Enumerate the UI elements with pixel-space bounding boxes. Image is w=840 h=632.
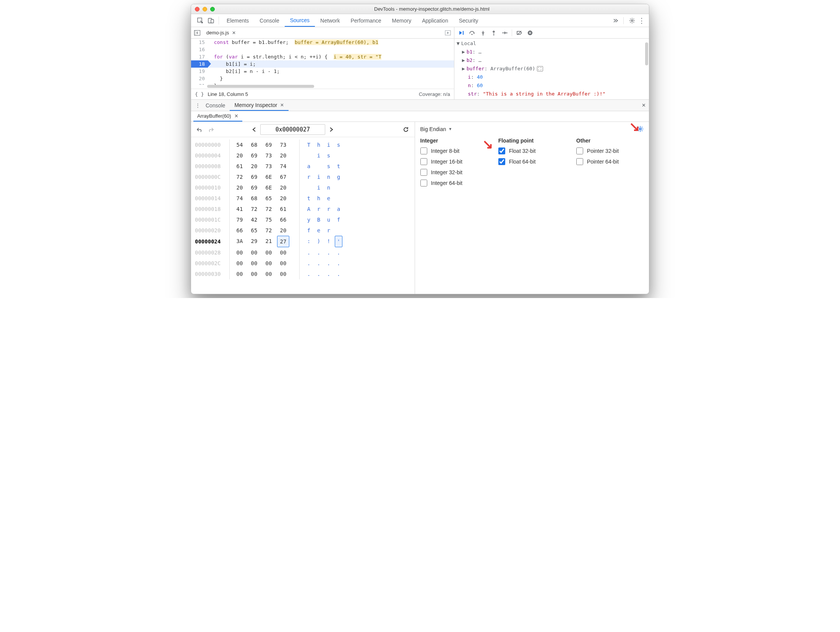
memory-inspector-body: 0000000054686973This0000000420697320 is … bbox=[191, 122, 649, 294]
scope-variable[interactable]: ▶b2: … bbox=[457, 56, 647, 65]
address-input[interactable] bbox=[260, 124, 325, 135]
type-option-integer-64-bit[interactable]: Integer 64-bit bbox=[420, 180, 488, 186]
scope-scrollbar[interactable] bbox=[645, 42, 648, 65]
hex-row[interactable]: 0000001C79427566yBuf bbox=[195, 214, 411, 225]
hex-row[interactable]: 0000001020696E20 in bbox=[195, 182, 411, 193]
scope-variable[interactable]: i: 40 bbox=[457, 73, 647, 81]
redo-icon[interactable] bbox=[206, 125, 216, 134]
type-option-pointer-32-bit[interactable]: Pointer 32-bit bbox=[576, 147, 644, 154]
close-tab-icon[interactable]: ✕ bbox=[280, 102, 284, 108]
navigator-toggle-icon[interactable] bbox=[194, 30, 203, 36]
hex-row[interactable]: 0000002800000000.... bbox=[195, 247, 411, 258]
panel-tab-console[interactable]: Console bbox=[254, 14, 284, 27]
hex-row[interactable]: 0000002C00000000.... bbox=[195, 258, 411, 269]
panel-tab-memory[interactable]: Memory bbox=[387, 14, 417, 27]
scope-variable[interactable]: n: 60 bbox=[457, 81, 647, 90]
device-toggle-icon[interactable] bbox=[206, 14, 216, 27]
code-line[interactable]: 17 for (var i = str.length; i < n; ++i) … bbox=[191, 53, 454, 60]
value-category-other: OtherPointer 32-bitPointer 64-bit bbox=[576, 138, 644, 190]
type-label: Integer 64-bit bbox=[431, 180, 463, 186]
type-label: Pointer 32-bit bbox=[587, 148, 619, 154]
type-checkbox[interactable] bbox=[420, 158, 427, 165]
close-buffer-tab-icon[interactable]: ✕ bbox=[234, 113, 238, 119]
hex-row[interactable]: 0000002066657220fer bbox=[195, 225, 411, 236]
hex-grid[interactable]: 0000000054686973This0000000420697320 is … bbox=[191, 137, 415, 294]
refresh-icon[interactable] bbox=[401, 125, 410, 134]
type-option-integer-16-bit[interactable]: Integer 16-bit bbox=[420, 158, 488, 165]
panel-tab-elements[interactable]: Elements bbox=[221, 14, 254, 27]
more-panels-icon[interactable] bbox=[613, 18, 618, 23]
hex-row[interactable]: 0000001841727261Arra bbox=[195, 204, 411, 214]
type-option-float-64-bit[interactable]: Float 64-bit bbox=[498, 158, 566, 165]
pretty-print-icon[interactable]: { } bbox=[195, 91, 204, 97]
type-option-integer-32-bit[interactable]: Integer 32-bit bbox=[420, 169, 488, 176]
inspect-icon[interactable] bbox=[195, 14, 206, 27]
category-title: Other bbox=[576, 138, 644, 144]
settings-icon[interactable] bbox=[629, 18, 635, 24]
close-window-button[interactable] bbox=[195, 7, 199, 11]
type-checkbox[interactable] bbox=[498, 147, 505, 154]
drawer-tab-console[interactable]: Console bbox=[201, 100, 230, 111]
type-label: Float 64-bit bbox=[509, 159, 536, 165]
step-over-icon[interactable] bbox=[467, 28, 477, 37]
run-snippet-icon[interactable] bbox=[445, 30, 454, 36]
window-title: DevTools - memory-inspector.glitch.me/de… bbox=[219, 6, 645, 12]
minimize-window-button[interactable] bbox=[203, 7, 207, 11]
resume-icon[interactable] bbox=[457, 28, 467, 37]
step-into-icon[interactable] bbox=[478, 28, 488, 37]
code-line[interactable]: 20 } bbox=[191, 75, 454, 82]
code-line[interactable]: 21 } bbox=[191, 82, 454, 85]
close-file-icon[interactable]: ✕ bbox=[232, 30, 236, 36]
deactivate-breakpoints-icon[interactable] bbox=[514, 28, 524, 37]
step-icon[interactable] bbox=[499, 28, 509, 37]
hex-row[interactable]: 0000003000000000.... bbox=[195, 269, 411, 279]
svg-point-10 bbox=[493, 34, 494, 35]
scope-variable[interactable]: ▶buffer: ArrayBuffer(60)⛶ bbox=[457, 65, 647, 73]
type-checkbox[interactable] bbox=[576, 147, 583, 154]
code-editor[interactable]: 15 const buffer = b1.buffer; buffer = Ar… bbox=[191, 39, 454, 85]
code-line[interactable]: 18 b1[i] = i; bbox=[191, 60, 454, 68]
hex-toolbar bbox=[191, 122, 415, 137]
hex-row[interactable]: 0000000861207374a st bbox=[195, 161, 411, 172]
close-drawer-icon[interactable]: ✕ bbox=[638, 100, 649, 111]
code-line[interactable]: 15 const buffer = b1.buffer; buffer = Ar… bbox=[191, 39, 454, 46]
hex-row[interactable]: 0000000C72696E67ring bbox=[195, 172, 411, 182]
hex-row[interactable]: 0000000054686973This bbox=[195, 139, 411, 150]
prev-address-icon[interactable] bbox=[250, 125, 259, 134]
kebab-menu-icon[interactable]: ⋮ bbox=[638, 17, 645, 24]
panel-tab-performance[interactable]: Performance bbox=[345, 14, 386, 27]
step-out-icon[interactable] bbox=[489, 28, 499, 37]
drawer-tab-memory-inspector[interactable]: Memory Inspector✕ bbox=[230, 100, 289, 111]
pause-exceptions-icon[interactable] bbox=[525, 28, 535, 37]
endianness-select[interactable]: Big Endian bbox=[420, 126, 446, 132]
next-address-icon[interactable] bbox=[327, 125, 336, 134]
type-checkbox[interactable] bbox=[420, 147, 427, 154]
hex-row[interactable]: 0000001474686520the bbox=[195, 193, 411, 204]
scope-variables[interactable]: ▼Local ▶b1: …▶b2: …▶buffer: ArrayBuffer(… bbox=[454, 39, 649, 99]
maximize-window-button[interactable] bbox=[210, 7, 215, 11]
type-checkbox[interactable] bbox=[576, 158, 583, 165]
hex-row[interactable]: 0000000420697320 is bbox=[195, 150, 411, 161]
undo-icon[interactable] bbox=[195, 125, 204, 134]
type-checkbox[interactable] bbox=[498, 158, 505, 165]
type-option-integer-8-bit[interactable]: Integer 8-bit bbox=[420, 147, 488, 154]
value-interpreter: ↘ Big Endian ▼ ↘ IntegerInteger 8-bitInt… bbox=[415, 122, 649, 294]
scope-local-label: Local bbox=[461, 39, 476, 48]
scope-variable[interactable]: ▶b1: … bbox=[457, 48, 647, 56]
panel-tab-network[interactable]: Network bbox=[315, 14, 345, 27]
memory-buffer-tab[interactable]: ArrayBuffer(60) ✕ bbox=[193, 111, 242, 122]
type-option-pointer-64-bit[interactable]: Pointer 64-bit bbox=[576, 158, 644, 165]
code-line[interactable]: 16 bbox=[191, 46, 454, 53]
horizontal-scrollbar[interactable] bbox=[191, 85, 454, 89]
panel-tab-application[interactable]: Application bbox=[417, 14, 454, 27]
panel-tab-security[interactable]: Security bbox=[454, 14, 484, 27]
type-checkbox[interactable] bbox=[420, 169, 427, 176]
type-checkbox[interactable] bbox=[420, 180, 427, 186]
drawer-menu-icon[interactable]: ⋮ bbox=[194, 100, 201, 111]
hex-row[interactable]: 000000243A292127:)!' bbox=[195, 236, 411, 247]
scope-variable[interactable]: str: "This is a string in the ArrayBuffe… bbox=[457, 90, 647, 98]
panel-tab-sources[interactable]: Sources bbox=[285, 14, 315, 27]
code-line[interactable]: 19 b2[i] = n - i - 1; bbox=[191, 68, 454, 75]
file-tab-demo-js[interactable]: demo-js.js ✕ bbox=[203, 27, 240, 38]
type-option-float-32-bit[interactable]: Float 32-bit bbox=[498, 147, 566, 154]
